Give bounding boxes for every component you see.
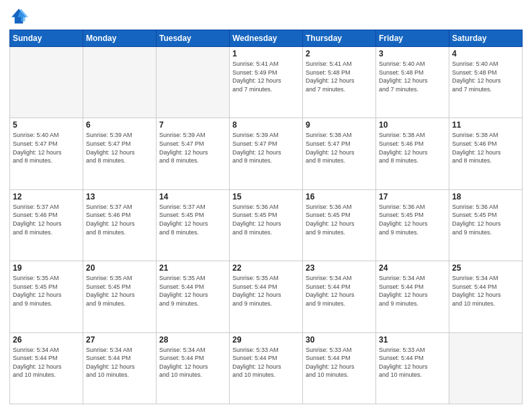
day-cell: 3Sunrise: 5:40 AM Sunset: 5:48 PM Daylig… xyxy=(376,47,449,118)
weekday-header-row: SundayMondayTuesdayWednesdayThursdayFrid… xyxy=(10,30,523,47)
day-cell: 8Sunrise: 5:39 AM Sunset: 5:47 PM Daylig… xyxy=(230,118,303,189)
day-info: Sunrise: 5:34 AM Sunset: 5:44 PM Dayligh… xyxy=(159,346,226,379)
day-number: 30 xyxy=(306,335,373,345)
day-number: 28 xyxy=(159,335,226,345)
day-cell: 22Sunrise: 5:35 AM Sunset: 5:44 PM Dayli… xyxy=(230,261,303,332)
day-cell: 29Sunrise: 5:33 AM Sunset: 5:44 PM Dayli… xyxy=(230,332,303,404)
day-info: Sunrise: 5:36 AM Sunset: 5:45 PM Dayligh… xyxy=(379,203,446,236)
day-cell: 4Sunrise: 5:40 AM Sunset: 5:48 PM Daylig… xyxy=(449,47,523,118)
day-cell xyxy=(449,332,523,404)
day-info: Sunrise: 5:34 AM Sunset: 5:44 PM Dayligh… xyxy=(13,346,80,379)
day-number: 7 xyxy=(159,120,226,130)
day-number: 23 xyxy=(306,263,373,273)
day-number: 10 xyxy=(379,120,446,130)
day-number: 24 xyxy=(379,263,446,273)
weekday-tuesday: Tuesday xyxy=(157,30,230,47)
logo xyxy=(9,7,31,26)
day-info: Sunrise: 5:37 AM Sunset: 5:45 PM Dayligh… xyxy=(159,203,226,236)
day-info: Sunrise: 5:33 AM Sunset: 5:44 PM Dayligh… xyxy=(306,346,373,379)
day-number: 25 xyxy=(452,263,519,273)
day-cell: 15Sunrise: 5:36 AM Sunset: 5:45 PM Dayli… xyxy=(230,189,303,261)
day-number: 16 xyxy=(306,192,373,201)
day-cell: 27Sunrise: 5:34 AM Sunset: 5:44 PM Dayli… xyxy=(83,332,157,404)
day-number: 21 xyxy=(159,263,226,273)
day-number: 1 xyxy=(232,49,300,58)
day-info: Sunrise: 5:36 AM Sunset: 5:45 PM Dayligh… xyxy=(452,203,519,236)
day-cell: 2Sunrise: 5:41 AM Sunset: 5:48 PM Daylig… xyxy=(303,47,376,118)
logo-icon xyxy=(9,7,28,26)
day-info: Sunrise: 5:39 AM Sunset: 5:47 PM Dayligh… xyxy=(86,131,153,165)
day-number: 15 xyxy=(232,192,300,201)
day-cell: 28Sunrise: 5:34 AM Sunset: 5:44 PM Dayli… xyxy=(157,332,230,404)
day-number: 9 xyxy=(306,120,373,130)
day-info: Sunrise: 5:41 AM Sunset: 5:48 PM Dayligh… xyxy=(306,60,373,93)
day-number: 3 xyxy=(379,49,446,58)
day-number: 22 xyxy=(232,263,300,273)
day-cell xyxy=(157,47,230,118)
day-number: 29 xyxy=(232,335,300,345)
day-number: 26 xyxy=(13,335,80,345)
weekday-sunday: Sunday xyxy=(10,30,83,47)
day-cell: 12Sunrise: 5:37 AM Sunset: 5:46 PM Dayli… xyxy=(10,189,83,261)
weekday-friday: Friday xyxy=(376,30,449,47)
day-info: Sunrise: 5:33 AM Sunset: 5:44 PM Dayligh… xyxy=(379,346,446,379)
day-number: 18 xyxy=(452,192,519,201)
day-info: Sunrise: 5:35 AM Sunset: 5:44 PM Dayligh… xyxy=(159,274,226,308)
day-number: 2 xyxy=(306,49,373,58)
day-number: 12 xyxy=(13,192,80,201)
day-info: Sunrise: 5:38 AM Sunset: 5:46 PM Dayligh… xyxy=(452,131,519,165)
day-number: 5 xyxy=(13,120,80,130)
day-cell: 5Sunrise: 5:40 AM Sunset: 5:47 PM Daylig… xyxy=(10,118,83,189)
day-info: Sunrise: 5:36 AM Sunset: 5:45 PM Dayligh… xyxy=(306,203,373,236)
day-cell: 18Sunrise: 5:36 AM Sunset: 5:45 PM Dayli… xyxy=(449,189,523,261)
day-cell: 25Sunrise: 5:34 AM Sunset: 5:44 PM Dayli… xyxy=(449,261,523,332)
day-info: Sunrise: 5:38 AM Sunset: 5:47 PM Dayligh… xyxy=(306,131,373,165)
week-row-1: 1Sunrise: 5:41 AM Sunset: 5:49 PM Daylig… xyxy=(10,47,523,118)
day-cell: 13Sunrise: 5:37 AM Sunset: 5:46 PM Dayli… xyxy=(83,189,157,261)
day-number: 4 xyxy=(452,49,519,58)
day-cell xyxy=(83,47,157,118)
day-number: 14 xyxy=(159,192,226,201)
day-info: Sunrise: 5:38 AM Sunset: 5:46 PM Dayligh… xyxy=(379,131,446,165)
day-cell: 7Sunrise: 5:39 AM Sunset: 5:47 PM Daylig… xyxy=(157,118,230,189)
weekday-wednesday: Wednesday xyxy=(230,30,303,47)
day-cell: 11Sunrise: 5:38 AM Sunset: 5:46 PM Dayli… xyxy=(449,118,523,189)
day-info: Sunrise: 5:41 AM Sunset: 5:49 PM Dayligh… xyxy=(232,60,300,93)
day-cell: 24Sunrise: 5:34 AM Sunset: 5:44 PM Dayli… xyxy=(376,261,449,332)
week-row-2: 5Sunrise: 5:40 AM Sunset: 5:47 PM Daylig… xyxy=(10,118,523,189)
day-cell: 10Sunrise: 5:38 AM Sunset: 5:46 PM Dayli… xyxy=(376,118,449,189)
day-cell xyxy=(10,47,83,118)
day-number: 6 xyxy=(86,120,153,130)
day-info: Sunrise: 5:40 AM Sunset: 5:48 PM Dayligh… xyxy=(452,60,519,93)
weekday-monday: Monday xyxy=(83,30,157,47)
day-info: Sunrise: 5:37 AM Sunset: 5:46 PM Dayligh… xyxy=(86,203,153,236)
day-cell: 9Sunrise: 5:38 AM Sunset: 5:47 PM Daylig… xyxy=(303,118,376,189)
day-number: 19 xyxy=(13,263,80,273)
day-number: 17 xyxy=(379,192,446,201)
day-info: Sunrise: 5:34 AM Sunset: 5:44 PM Dayligh… xyxy=(306,274,373,308)
day-number: 31 xyxy=(379,335,446,345)
calendar-table: SundayMondayTuesdayWednesdayThursdayFrid… xyxy=(9,30,523,404)
day-cell: 16Sunrise: 5:36 AM Sunset: 5:45 PM Dayli… xyxy=(303,189,376,261)
day-cell: 21Sunrise: 5:35 AM Sunset: 5:44 PM Dayli… xyxy=(157,261,230,332)
day-cell: 17Sunrise: 5:36 AM Sunset: 5:45 PM Dayli… xyxy=(376,189,449,261)
page: SundayMondayTuesdayWednesdayThursdayFrid… xyxy=(0,0,532,411)
day-number: 8 xyxy=(232,120,300,130)
day-info: Sunrise: 5:40 AM Sunset: 5:48 PM Dayligh… xyxy=(379,60,446,93)
weekday-thursday: Thursday xyxy=(303,30,376,47)
day-info: Sunrise: 5:39 AM Sunset: 5:47 PM Dayligh… xyxy=(232,131,300,165)
week-row-4: 19Sunrise: 5:35 AM Sunset: 5:45 PM Dayli… xyxy=(10,261,523,332)
day-info: Sunrise: 5:35 AM Sunset: 5:44 PM Dayligh… xyxy=(232,274,300,308)
header xyxy=(9,7,523,26)
day-info: Sunrise: 5:33 AM Sunset: 5:44 PM Dayligh… xyxy=(232,346,300,379)
week-row-3: 12Sunrise: 5:37 AM Sunset: 5:46 PM Dayli… xyxy=(10,189,523,261)
day-info: Sunrise: 5:35 AM Sunset: 5:45 PM Dayligh… xyxy=(86,274,153,308)
day-cell: 6Sunrise: 5:39 AM Sunset: 5:47 PM Daylig… xyxy=(83,118,157,189)
day-cell: 30Sunrise: 5:33 AM Sunset: 5:44 PM Dayli… xyxy=(303,332,376,404)
day-number: 27 xyxy=(86,335,153,345)
day-info: Sunrise: 5:37 AM Sunset: 5:46 PM Dayligh… xyxy=(13,203,80,236)
day-number: 11 xyxy=(452,120,519,130)
weekday-saturday: Saturday xyxy=(449,30,523,47)
day-cell: 23Sunrise: 5:34 AM Sunset: 5:44 PM Dayli… xyxy=(303,261,376,332)
week-row-5: 26Sunrise: 5:34 AM Sunset: 5:44 PM Dayli… xyxy=(10,332,523,404)
